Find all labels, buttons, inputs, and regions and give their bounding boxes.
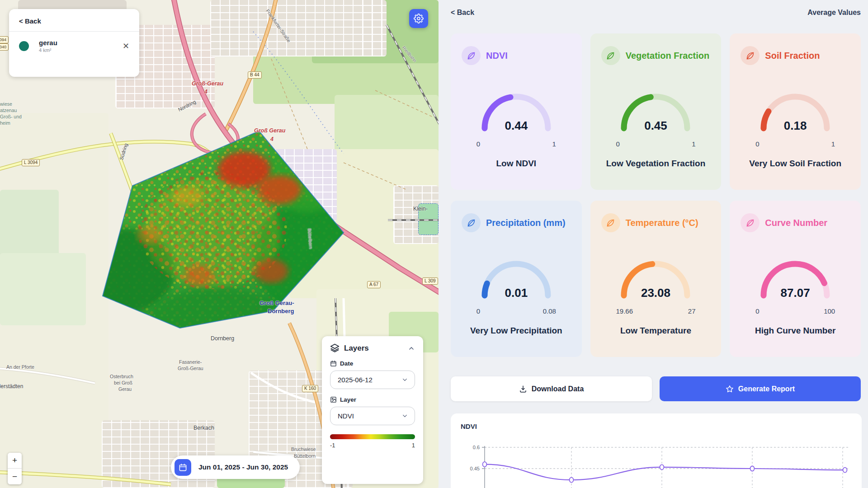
selected-polygon-card: < Back gerau 4 km² ✕	[9, 9, 139, 77]
gauge-value: 0.18	[750, 119, 840, 133]
station-label: Groß Gerau-	[259, 300, 294, 306]
y-axis-tick: 0.45	[470, 466, 480, 471]
map-label-place: wiese	[0, 101, 12, 107]
map-zoom-control: + −	[8, 453, 22, 484]
map-label-place: Büttelborn	[294, 453, 316, 459]
calendar-icon	[179, 463, 187, 472]
polygon-list-item[interactable]: gerau 4 km² ✕	[19, 39, 129, 53]
leaf-icon	[601, 213, 620, 232]
gauge-max: 0.08	[543, 307, 556, 315]
gauge-min: 0	[616, 140, 619, 148]
map-label-place: heim	[0, 120, 10, 126]
download-icon	[519, 385, 527, 393]
ndvi-line-chart[interactable]: 0.6 0.45	[451, 441, 862, 488]
date-field-label: Date	[340, 360, 353, 367]
road-ref-badge: 040	[0, 43, 9, 51]
road-ref-badge: 094	[0, 36, 9, 43]
chevron-down-icon	[401, 376, 408, 383]
metric-title: Vegetation Fraction	[626, 51, 710, 61]
data-point[interactable]	[570, 478, 574, 483]
gauge: 87.07	[750, 250, 840, 302]
gear-icon	[414, 14, 424, 23]
zoom-out-button[interactable]: −	[8, 469, 22, 484]
layer-select-value: NDVI	[338, 412, 354, 420]
panel-back-button[interactable]: < Back	[451, 9, 474, 17]
layers-icon	[330, 343, 340, 353]
road-ref-badge: L 3094	[22, 159, 40, 166]
map-label-place: Osterbruch	[110, 374, 133, 379]
motorway-exit-label: Groß-Gerau	[192, 80, 223, 87]
gauge: 0.18	[750, 83, 840, 135]
legend-min: -1	[330, 442, 335, 449]
motorway-exit-number: 4	[204, 89, 208, 95]
map-label-place: Berkach	[193, 425, 214, 431]
layer-field-label: Layer	[340, 396, 356, 403]
metric-description: Low Vegetation Fraction	[606, 159, 706, 169]
map-canvas[interactable]: Frankfurter-Straße B 44 Groß-Gerau 4 Nor…	[0, 0, 439, 488]
metric-description: Very Low Precipitation	[470, 326, 562, 336]
metric-card-vegetation-fraction: Vegetation Fraction 0.45 0 1 Low Vegetat…	[590, 33, 722, 190]
gauge-value: 0.44	[471, 119, 561, 133]
map-label-place: Bruchwiese	[291, 446, 316, 452]
gauge-max: 27	[688, 307, 696, 315]
panel-title: Average Values	[807, 9, 861, 17]
data-point[interactable]	[660, 465, 664, 469]
data-point[interactable]	[843, 468, 847, 473]
ndvi-series-line	[485, 465, 845, 480]
motorway-exit-number: 4	[270, 136, 274, 142]
road-ref-badge: A 67	[367, 281, 381, 288]
image-icon	[330, 396, 337, 403]
ndvi-color-legend	[330, 434, 415, 439]
star-icon	[726, 385, 734, 393]
zoom-in-button[interactable]: +	[8, 453, 22, 469]
leaf-icon	[462, 213, 481, 232]
leaf-icon	[741, 46, 760, 65]
chevron-up-icon[interactable]	[408, 345, 415, 352]
metric-title: Soil Fraction	[765, 51, 820, 61]
gauge: 0.45	[610, 83, 701, 135]
gauge-value: 0.01	[471, 286, 561, 300]
chart-title: NDVI	[461, 422, 852, 430]
gauge-value: 87.07	[750, 286, 840, 300]
gauge-min: 0	[755, 307, 759, 315]
metric-title: Temperature (°C)	[626, 218, 698, 228]
ndvi-chart-card: NDVI 0.6 0.45	[451, 413, 862, 488]
metric-card-precipitation: Precipitation (mm) 0.01 0 0.08 Very Low …	[451, 201, 582, 357]
road-ref-badge: L 309	[422, 277, 438, 285]
data-point[interactable]	[483, 462, 487, 467]
metric-description: Low Temperature	[620, 326, 691, 336]
layer-select[interactable]: NDVI	[330, 407, 415, 425]
metric-card-temperature: Temperature (°C) 23.08 19.66 27 Low Temp…	[590, 201, 722, 357]
leaf-icon	[741, 213, 760, 232]
data-point[interactable]	[750, 466, 755, 471]
motorway-exit-label: Groß Gerau	[254, 127, 285, 134]
map-back-button[interactable]: < Back	[19, 17, 129, 25]
generate-report-button[interactable]: Generate Report	[660, 376, 861, 401]
metric-card-ndvi: NDVI 0.44 0 1 Low NDVI	[451, 33, 582, 190]
metric-description: Low NDVI	[496, 159, 536, 169]
download-data-button[interactable]: Download Data	[451, 376, 652, 401]
date-select[interactable]: 2025-06-12	[330, 371, 415, 389]
map-label-place: Groß- und	[0, 114, 22, 119]
gauge-max: 1	[831, 140, 835, 148]
date-range-picker[interactable]: Jun 01, 2025 - Jun 30, 2025	[171, 455, 300, 479]
road-ref-badge: B 44	[248, 71, 262, 79]
leaf-icon	[462, 46, 481, 65]
map-label-place: bei Groß	[114, 380, 132, 385]
metric-title: NDVI	[486, 51, 508, 61]
settings-button[interactable]	[409, 9, 428, 28]
map-label-place: atzenau	[0, 108, 17, 113]
gauge-min: 0	[755, 140, 759, 148]
close-icon[interactable]: ✕	[123, 42, 129, 50]
metric-description: High Curve Number	[755, 326, 835, 336]
ndvi-data-points[interactable]	[483, 462, 847, 483]
gauge: 23.08	[610, 250, 701, 302]
map-label-place: Fasanerie-	[179, 359, 202, 365]
generate-label: Generate Report	[738, 385, 795, 393]
gauge-min: 0	[476, 140, 480, 148]
gauge: 0.01	[471, 250, 561, 302]
legend-max: 1	[412, 442, 415, 449]
metric-card-soil-fraction: Soil Fraction 0.18 0 1 Very Low Soil Fra…	[730, 33, 861, 190]
y-axis-tick: 0.6	[473, 445, 480, 450]
gauge-max: 1	[692, 140, 695, 148]
